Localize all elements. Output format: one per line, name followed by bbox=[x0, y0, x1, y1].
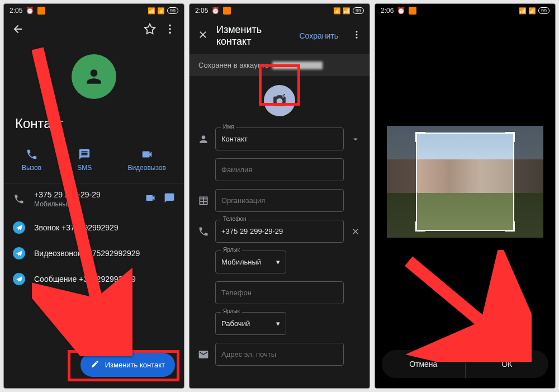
star-icon[interactable] bbox=[144, 23, 156, 37]
status-bar: 2:06 ⏰ 📶 📶 99 bbox=[375, 4, 555, 17]
tg-msg-label: Сообщение +375292992929 bbox=[34, 275, 175, 284]
wifi-icon: 📶 bbox=[528, 7, 536, 15]
clear-icon[interactable] bbox=[349, 226, 362, 237]
screen-edit-contact: 2:05 ⏰ 📶 📶 99 Изменить контакт Сохранить… bbox=[189, 3, 370, 389]
email-icon bbox=[197, 349, 210, 360]
status-bar: 2:05 ⏰ 📶 📶 99 bbox=[4, 4, 184, 17]
phone-number: +375 29 299-29-29 bbox=[34, 190, 136, 199]
telegram-icon bbox=[13, 247, 25, 259]
signal-icon: 📶 bbox=[148, 7, 155, 15]
phone-label: Телефон bbox=[221, 216, 248, 222]
company-icon bbox=[197, 195, 210, 206]
tag-label: Ярлык bbox=[221, 247, 242, 253]
account-label: Сохранен в аккаунте bbox=[198, 61, 269, 69]
wifi-icon: 📶 bbox=[343, 7, 350, 15]
svg-point-4 bbox=[356, 31, 358, 32]
svg-point-2 bbox=[169, 32, 171, 34]
crop-handle-tl[interactable] bbox=[415, 132, 425, 142]
top-bar bbox=[4, 17, 184, 43]
svg-point-5 bbox=[356, 34, 358, 36]
cancel-button[interactable]: Отмена bbox=[382, 350, 465, 378]
telegram-video-row[interactable]: Видеозвонок +375292992929 bbox=[4, 240, 184, 266]
message-icon[interactable] bbox=[164, 192, 175, 206]
phone-input[interactable] bbox=[215, 220, 344, 243]
clock: 2:06 bbox=[381, 7, 394, 15]
phone-icon bbox=[13, 193, 25, 205]
notification-icon bbox=[409, 7, 416, 15]
tg-call-label: Звонок +375292992929 bbox=[34, 223, 175, 232]
clock: 2:05 bbox=[195, 7, 208, 15]
alarm-icon: ⏰ bbox=[397, 7, 405, 15]
back-icon[interactable] bbox=[12, 23, 24, 37]
crop-box[interactable] bbox=[416, 133, 514, 231]
expand-icon[interactable] bbox=[349, 134, 362, 144]
crop-area[interactable] bbox=[375, 17, 555, 346]
phone-type-select-2[interactable]: Рабочий▾ bbox=[215, 312, 286, 335]
call-action[interactable]: Вызов bbox=[22, 148, 41, 172]
contact-name: Контакт bbox=[4, 116, 184, 143]
name-label: Имя bbox=[221, 124, 236, 130]
crop-buttons: Отмена ОК bbox=[382, 350, 548, 378]
add-photo-button[interactable] bbox=[264, 85, 295, 116]
phone-row[interactable]: +375 29 299-29-29 Мобильный bbox=[4, 183, 184, 215]
name-input[interactable] bbox=[215, 127, 344, 150]
alarm-icon: ⏰ bbox=[211, 7, 220, 15]
account-banner: Сохранен в аккаунте bbox=[190, 54, 369, 76]
status-bar: 2:05 ⏰ 📶 📶 99 bbox=[190, 4, 369, 17]
contact-avatar[interactable] bbox=[72, 54, 116, 99]
edit-contact-button[interactable]: Изменить контакт bbox=[80, 353, 175, 377]
sms-action[interactable]: SMS bbox=[77, 148, 92, 172]
account-email-blurred bbox=[272, 62, 323, 69]
alarm-icon: ⏰ bbox=[26, 7, 34, 15]
screen-contact-view: 2:05 ⏰ 📶 📶 99 Контакт bbox=[3, 3, 184, 389]
telegram-icon bbox=[13, 273, 25, 285]
signal-icon: 📶 bbox=[333, 7, 340, 15]
call-label: Вызов bbox=[22, 164, 41, 172]
edit-title: Изменить контакт bbox=[216, 24, 291, 48]
svg-point-6 bbox=[356, 37, 358, 39]
clock: 2:05 bbox=[10, 7, 22, 15]
battery-indicator: 99 bbox=[353, 7, 364, 14]
telegram-icon bbox=[13, 221, 25, 234]
edit-button-label: Изменить контакт bbox=[105, 361, 165, 369]
video-label: Видеовызов bbox=[127, 164, 165, 172]
wifi-icon: 📶 bbox=[157, 7, 165, 15]
notification-icon bbox=[37, 7, 45, 15]
crop-handle-bl[interactable] bbox=[415, 221, 425, 232]
video-call-icon[interactable] bbox=[145, 192, 156, 206]
photo-container bbox=[190, 76, 369, 127]
org-input[interactable] bbox=[215, 189, 344, 212]
sms-label: SMS bbox=[77, 164, 92, 172]
signal-icon: 📶 bbox=[519, 7, 526, 15]
tag2-label: Ярлык bbox=[221, 308, 242, 314]
phone-type: Мобильный bbox=[34, 200, 136, 208]
svg-point-0 bbox=[169, 25, 171, 27]
phone2-input[interactable] bbox=[215, 281, 344, 304]
ok-button[interactable]: ОК bbox=[466, 350, 549, 378]
more-icon[interactable] bbox=[352, 30, 362, 42]
edit-top-bar: Изменить контакт Сохранить bbox=[190, 17, 369, 54]
close-icon[interactable] bbox=[197, 29, 209, 42]
more-icon[interactable] bbox=[164, 23, 176, 37]
phone-type-select[interactable]: Мобильный▾ bbox=[215, 251, 286, 273]
person-icon bbox=[197, 134, 210, 145]
pencil-icon bbox=[91, 360, 100, 370]
notification-icon bbox=[223, 7, 231, 15]
save-button[interactable]: Сохранить bbox=[299, 31, 338, 40]
photo-preview bbox=[387, 126, 543, 238]
battery-indicator: 99 bbox=[538, 7, 549, 14]
svg-point-1 bbox=[169, 28, 171, 30]
telegram-call-row[interactable]: Звонок +375292992929 bbox=[4, 215, 184, 240]
surname-input[interactable] bbox=[215, 158, 344, 181]
edit-form: Имя Телефон Ярлык Мо bbox=[190, 127, 369, 374]
crop-handle-br[interactable] bbox=[505, 221, 515, 232]
screen-crop-photo: 2:06 ⏰ 📶 📶 99 bbox=[375, 3, 556, 389]
phone-icon bbox=[197, 226, 210, 237]
video-action[interactable]: Видеовызов bbox=[127, 148, 165, 172]
avatar-container bbox=[4, 43, 184, 116]
crop-handle-tr[interactable] bbox=[505, 132, 515, 142]
telegram-msg-row[interactable]: Сообщение +375292992929 bbox=[4, 266, 184, 292]
tg-video-label: Видеозвонок +375292992929 bbox=[34, 249, 175, 258]
battery-indicator: 99 bbox=[167, 7, 178, 14]
email-input[interactable] bbox=[215, 343, 344, 366]
